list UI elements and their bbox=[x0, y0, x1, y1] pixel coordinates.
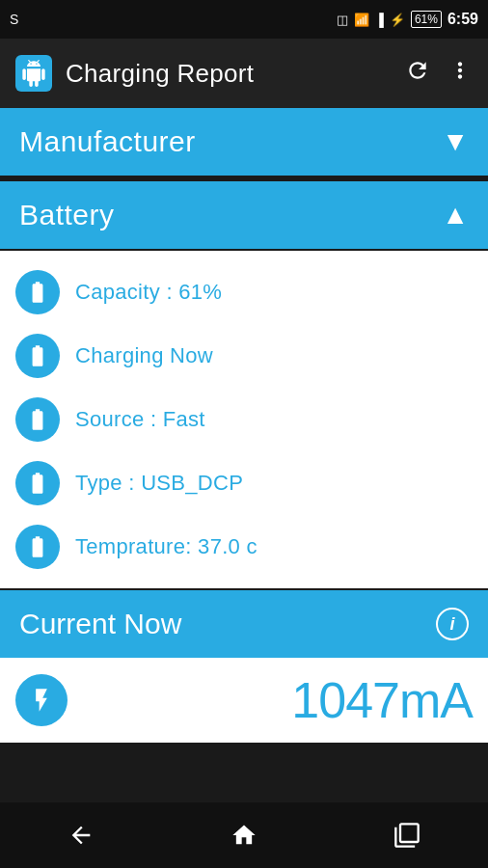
type-icon bbox=[15, 461, 60, 505]
battery-percent: 61% bbox=[415, 13, 438, 26]
type-text: Type : USB_DCP bbox=[75, 471, 243, 496]
charging-now-icon bbox=[15, 334, 60, 378]
sim-icon: ◫ bbox=[337, 13, 348, 27]
battery-title: Battery bbox=[19, 199, 115, 231]
charging-bolt-icon: ⚡ bbox=[390, 13, 405, 27]
manufacturer-section-header[interactable]: Manufacturer ▼ bbox=[0, 108, 488, 176]
battery-capacity-icon bbox=[15, 270, 60, 314]
signal-icon: ▐ bbox=[375, 13, 384, 27]
current-now-title: Current Now bbox=[19, 608, 181, 640]
manufacturer-title: Manufacturer bbox=[19, 125, 196, 158]
back-button[interactable] bbox=[52, 806, 110, 864]
app-bar-actions bbox=[405, 58, 473, 89]
current-now-header[interactable]: Current Now i bbox=[0, 590, 488, 658]
notification-icon: S bbox=[10, 12, 18, 27]
status-bar: S ◫ 📶 ▐ ⚡ 61% 6:59 bbox=[0, 0, 488, 39]
info-icon[interactable]: i bbox=[436, 608, 469, 640]
more-menu-button[interactable] bbox=[447, 58, 473, 89]
manufacturer-chevron-icon: ▼ bbox=[442, 126, 469, 157]
battery-section-header[interactable]: Battery ▲ bbox=[0, 181, 488, 249]
status-right: ◫ 📶 ▐ ⚡ 61% 6:59 bbox=[337, 11, 478, 28]
battery-chevron-icon: ▲ bbox=[442, 200, 469, 231]
charging-now-text: Charging Now bbox=[75, 343, 213, 368]
home-button[interactable] bbox=[215, 806, 273, 864]
source-text: Source : Fast bbox=[75, 407, 205, 432]
lightning-icon bbox=[15, 674, 68, 726]
capacity-text: Capacity : 61% bbox=[75, 280, 222, 305]
list-item: Temprature: 37.0 c bbox=[15, 515, 473, 579]
recents-button[interactable] bbox=[378, 806, 436, 864]
bottom-nav bbox=[0, 802, 488, 868]
refresh-button[interactable] bbox=[405, 58, 430, 89]
source-icon bbox=[15, 397, 60, 442]
list-item: Charging Now bbox=[15, 324, 473, 388]
list-item: Capacity : 61% bbox=[15, 260, 473, 324]
list-item: Source : Fast bbox=[15, 388, 473, 451]
temperature-icon bbox=[15, 525, 60, 569]
temperature-text: Temprature: 37.0 c bbox=[75, 534, 258, 559]
app-bar: Charging Report bbox=[0, 39, 488, 108]
current-value: 1047mA bbox=[291, 671, 473, 729]
list-item: Type : USB_DCP bbox=[15, 451, 473, 515]
status-left: S bbox=[10, 12, 18, 27]
current-now-section: Current Now i 1047mA bbox=[0, 590, 488, 743]
wifi-icon: 📶 bbox=[354, 13, 369, 27]
app-title: Charging Report bbox=[66, 59, 392, 89]
time-display: 6:59 bbox=[447, 11, 478, 28]
battery-status: 61% bbox=[411, 11, 442, 28]
current-now-content: 1047mA bbox=[0, 658, 488, 743]
battery-content: Capacity : 61% Charging Now Source : Fas… bbox=[0, 251, 488, 588]
app-icon bbox=[15, 55, 52, 92]
